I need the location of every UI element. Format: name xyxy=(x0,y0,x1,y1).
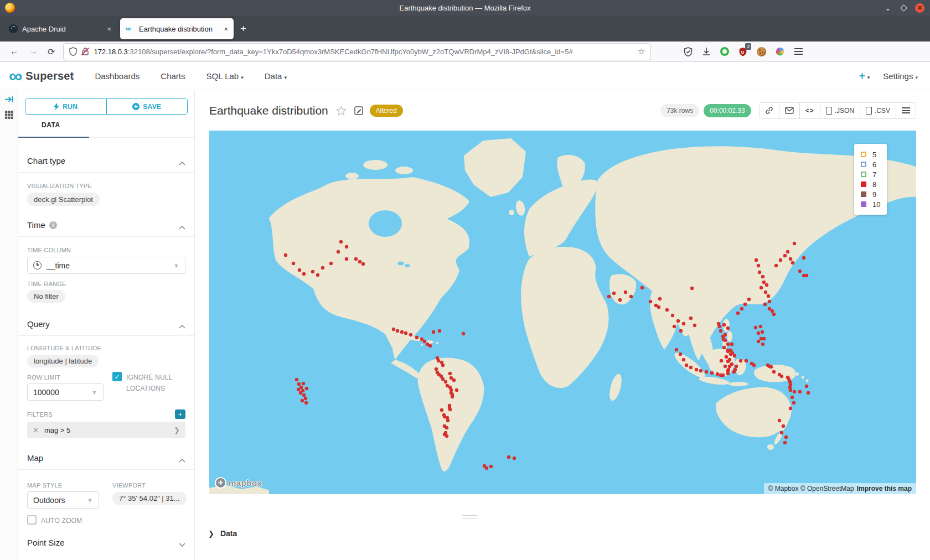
extension-green-icon[interactable] xyxy=(720,47,729,56)
nav-item-dashboards[interactable]: Dashboards xyxy=(95,71,140,81)
menu-icon[interactable] xyxy=(794,48,803,55)
legend-entry[interactable]: 7 xyxy=(861,170,880,179)
earthquake-point xyxy=(489,465,493,468)
superset-logo[interactable]: ∞ Superset xyxy=(9,68,74,84)
embed-code-button[interactable]: <> xyxy=(799,103,820,118)
earthquake-point xyxy=(722,346,726,349)
section-map[interactable]: Map xyxy=(18,438,194,470)
section-time[interactable]: Time i xyxy=(18,206,194,237)
earthquake-point xyxy=(428,344,432,348)
row-limit-label: ROW LIMIT xyxy=(27,374,104,381)
reload-icon[interactable]: ⟳ xyxy=(48,46,55,57)
protections-shield-icon[interactable] xyxy=(684,47,693,56)
time-column-value: __time xyxy=(46,261,70,270)
earthquake-point xyxy=(462,332,465,335)
legend-label: 10 xyxy=(872,200,880,209)
data-collapse-row[interactable]: ❯ Data xyxy=(208,529,237,538)
mapbox-logo[interactable]: ✈ mapbox xyxy=(215,477,262,489)
earthquake-point xyxy=(743,303,747,306)
improve-map-link[interactable]: Improve this map xyxy=(857,485,912,492)
viz-type-value[interactable]: deck.gl Scatterplot xyxy=(27,193,100,206)
viewport-value[interactable]: 7° 35' 54.02" | 31... xyxy=(112,492,187,505)
settings-menu[interactable]: Settings▾ xyxy=(883,71,918,81)
earthquake-point xyxy=(435,367,438,371)
tab-apache-druid[interactable]: Apache Druid × xyxy=(3,18,117,39)
new-chart-button[interactable]: +▾ xyxy=(859,70,870,82)
lonlat-value[interactable]: longitude | latitude xyxy=(27,355,99,367)
earthquake-point xyxy=(760,337,763,340)
remove-filter-icon[interactable]: ✕ xyxy=(33,426,39,434)
nav-item-sql-lab[interactable]: SQL Lab▾ xyxy=(206,71,244,81)
window-maximize-button[interactable] xyxy=(900,4,907,12)
deckgl-map[interactable]: 5678910 ✈ mapbox © Mapbox © OpenStreetMa… xyxy=(209,131,916,494)
earthquake-point xyxy=(676,319,680,323)
run-button[interactable]: RUN xyxy=(25,99,106,114)
save-button[interactable]: SAVE xyxy=(106,99,188,114)
panel-drag-handle[interactable] xyxy=(462,515,477,521)
earthquake-point xyxy=(452,378,456,382)
earthquake-point xyxy=(455,388,458,392)
section-title: Chart type xyxy=(27,156,65,165)
chevron-down-icon: ▾ xyxy=(867,75,870,80)
filter-chip[interactable]: ✕ mag > 5 ❯ xyxy=(27,422,185,438)
nav-item-charts[interactable]: Charts xyxy=(161,71,185,81)
copy-link-button[interactable] xyxy=(760,103,779,118)
back-icon[interactable]: ← xyxy=(10,46,19,56)
earthquake-point xyxy=(354,257,358,261)
window-minimize-button[interactable]: ⌄ xyxy=(884,4,892,12)
favorite-star-icon[interactable] xyxy=(336,106,347,116)
section-chart-type[interactable]: Chart type xyxy=(18,138,194,173)
attribution-text[interactable]: © Mapbox © OpenStreetMap xyxy=(768,485,854,492)
tab-close-icon[interactable]: × xyxy=(107,25,111,33)
earthquake-point xyxy=(733,354,736,357)
chevron-down-icon xyxy=(179,543,185,547)
time-range-value[interactable]: No filter xyxy=(27,290,65,303)
edit-pencil-icon[interactable] xyxy=(354,106,363,115)
section-query[interactable]: Query xyxy=(18,303,194,336)
earthquake-point xyxy=(733,368,737,371)
tab-close-icon[interactable]: × xyxy=(224,25,228,33)
earthquake-point xyxy=(689,317,693,320)
bookmark-star-icon[interactable]: ☆ xyxy=(638,46,645,56)
legend-entry[interactable]: 5 xyxy=(861,150,880,159)
add-filter-button[interactable]: + xyxy=(175,409,185,419)
earthquake-point xyxy=(301,399,304,402)
email-button[interactable] xyxy=(779,103,799,118)
legend-entry[interactable]: 8 xyxy=(861,180,880,189)
tab-earthquake-distribution[interactable]: ∞ Earthquake distribution × xyxy=(120,18,234,39)
section-point-size[interactable]: Point Size xyxy=(18,526,194,554)
altered-badge[interactable]: Altered xyxy=(370,105,403,117)
window-close-button[interactable]: ✕ xyxy=(915,3,924,13)
earthquake-point xyxy=(725,355,728,359)
adblocker-extension-icon[interactable]: u 2 xyxy=(738,47,747,56)
download-icon[interactable] xyxy=(702,47,711,56)
shield-icon[interactable] xyxy=(69,47,77,56)
ignore-null-checkbox[interactable]: ✓ xyxy=(112,372,122,381)
expand-panel-icon[interactable] xyxy=(4,95,14,104)
auto-zoom-checkbox[interactable] xyxy=(27,515,37,525)
panel-tabs: DATA xyxy=(18,115,194,138)
chart-menu-button[interactable] xyxy=(896,103,916,118)
legend-entry[interactable]: 6 xyxy=(861,160,880,169)
legend-entry[interactable]: 9 xyxy=(861,190,880,199)
legend-entry[interactable]: 10 xyxy=(861,200,880,209)
chevron-up-icon xyxy=(179,225,185,230)
forward-icon[interactable]: → xyxy=(29,46,38,56)
time-column-select[interactable]: __time ▼ xyxy=(27,257,185,274)
tab-data[interactable]: DATA xyxy=(42,121,60,129)
earthquake-point xyxy=(446,419,450,422)
nav-item-data[interactable]: Data▾ xyxy=(265,71,287,81)
earthquake-point xyxy=(361,262,365,266)
insecure-lock-icon[interactable] xyxy=(81,47,89,56)
row-limit-select[interactable]: 100000 ▼ xyxy=(27,383,104,401)
export-csv-button[interactable]: .CSV xyxy=(860,103,896,118)
map-style-select[interactable]: Outdoors ▼ xyxy=(27,491,99,509)
export-json-button[interactable]: .JSON xyxy=(820,103,860,118)
dataset-grid-icon[interactable] xyxy=(4,110,14,120)
url-field[interactable]: 172.18.0.3 :32108/superset/explore/?form… xyxy=(64,44,650,60)
cookie-extension-icon[interactable] xyxy=(757,47,766,56)
pinwheel-extension-icon[interactable] xyxy=(776,47,785,56)
new-tab-button[interactable]: + xyxy=(240,23,246,35)
earthquake-point xyxy=(311,270,314,273)
chevron-up-icon xyxy=(179,161,185,165)
